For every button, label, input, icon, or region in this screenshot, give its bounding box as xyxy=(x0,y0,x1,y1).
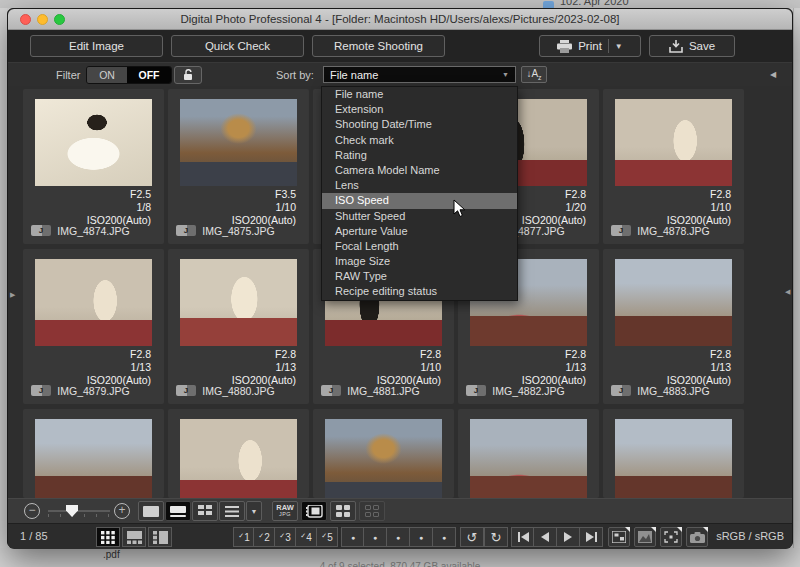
thumbnail-cell[interactable] xyxy=(168,409,309,498)
zoom-out-button[interactable]: − xyxy=(24,503,40,519)
background-status-label: 4 of 9 selected, 870.47 GB available xyxy=(0,561,800,567)
collapse-panel-icon[interactable]: ◀ xyxy=(770,70,776,79)
jpeg-badge-icon: J xyxy=(611,385,631,396)
remote-shooting-label: Remote Shooting xyxy=(334,40,423,52)
focus-check-icon xyxy=(664,531,678,543)
rating-dot-button[interactable]: ● xyxy=(341,527,365,547)
check-mark-button-3[interactable]: ✓3 xyxy=(274,527,296,547)
view-list-button[interactable] xyxy=(219,501,245,521)
expand-left-panel-icon[interactable]: ▶ xyxy=(10,291,15,299)
raw-jpg-toggle-button[interactable]: RAWJPG xyxy=(272,501,298,521)
check-mark-icon: ✓1 xyxy=(238,532,249,543)
sort-by-select[interactable]: File name ▼ xyxy=(323,66,516,83)
jpeg-badge-icon: J xyxy=(31,225,51,236)
thumbnail-cell[interactable] xyxy=(458,409,599,498)
next-image-button[interactable] xyxy=(556,527,580,547)
check-mark-button-5[interactable]: ✓5 xyxy=(316,527,338,547)
check-mark-button-2[interactable]: ✓2 xyxy=(253,527,275,547)
compare-view-button[interactable] xyxy=(359,501,385,521)
tone-adjustment-button[interactable] xyxy=(634,527,656,547)
first-image-button[interactable] xyxy=(511,527,535,547)
sort-by-value: File name xyxy=(330,69,378,81)
window-title: Digital Photo Professional 4 - [Folder: … xyxy=(8,13,792,25)
multi-panel-view-button[interactable] xyxy=(330,501,356,521)
thumbnail-cell[interactable]: F2.81/13ISO200(Auto)JIMG_4879.JPG xyxy=(23,249,164,404)
sort-menu-item[interactable]: Lens xyxy=(322,178,517,193)
photo-thumbnail xyxy=(35,99,152,186)
print-dropdown-icon[interactable]: ▼ xyxy=(615,42,623,51)
edit-window-icon xyxy=(612,531,626,543)
sort-menu-item[interactable]: Shooting Date/Time xyxy=(322,117,517,132)
sort-menu-item[interactable]: Check mark xyxy=(322,133,517,148)
sort-menu-item[interactable]: Image Size xyxy=(322,254,517,269)
layout-grid-button[interactable] xyxy=(96,527,120,547)
view-toolbar: − + ▼ RAWJPG xyxy=(8,498,792,523)
jpeg-badge-icon: J xyxy=(176,225,196,236)
exif-info: F2.81/13ISO200(Auto) xyxy=(603,348,744,387)
filter-off-button[interactable]: OFF xyxy=(127,67,171,83)
check-mark-button-4[interactable]: ✓4 xyxy=(295,527,317,547)
exif-info: F2.51/8ISO200(Auto) xyxy=(23,188,164,227)
sort-menu-item[interactable]: Extension xyxy=(322,102,517,117)
edit-window-button[interactable] xyxy=(608,527,630,547)
thumbnail-cell[interactable]: F3.51/10ISO200(Auto)JIMG_4875.JPG xyxy=(168,89,309,244)
filmstrip-view-button[interactable] xyxy=(301,501,327,521)
filename-row: JIMG_4880.JPG xyxy=(168,385,309,398)
rating-dot-button[interactable]: ● xyxy=(363,527,387,547)
exif-info: F2.81/10ISO200(Auto) xyxy=(313,348,454,387)
photo-thumbnail xyxy=(35,259,152,346)
sort-menu-item[interactable]: Aperture Value xyxy=(322,224,517,239)
edit-image-button[interactable]: Edit Image xyxy=(30,35,163,57)
thumbnail-cell[interactable]: F2.81/13ISO200(Auto)JIMG_4883.JPG xyxy=(603,249,744,404)
thumbnail-cell[interactable] xyxy=(313,409,454,498)
view-small-thumbnail-button[interactable] xyxy=(192,501,218,521)
sort-menu-item[interactable]: Shutter Speed xyxy=(322,209,517,224)
print-button[interactable]: Print ▼ xyxy=(539,35,641,57)
photo-thumbnail xyxy=(615,419,732,498)
rating-dot-button[interactable]: ● xyxy=(386,527,410,547)
thumbnail-cell[interactable]: F2.51/8ISO200(Auto)JIMG_4874.JPG xyxy=(23,89,164,244)
rating-dot-button[interactable]: ● xyxy=(432,527,456,547)
view-options-button[interactable]: ▼ xyxy=(246,501,262,521)
sort-menu-item[interactable]: Rating xyxy=(322,148,517,163)
zoom-in-button[interactable]: + xyxy=(114,503,130,519)
rotate-right-button[interactable]: ↻ xyxy=(484,527,508,547)
rotate-left-button[interactable]: ↺ xyxy=(460,527,484,547)
expand-right-panel-icon[interactable]: ◀ xyxy=(785,288,790,296)
sort-menu-item[interactable]: File name xyxy=(322,87,517,102)
large-thumbnail-icon xyxy=(143,506,159,517)
camera-settings-button[interactable] xyxy=(686,527,708,547)
thumbnail-cell[interactable] xyxy=(23,409,164,498)
quick-check-button[interactable]: Quick Check xyxy=(171,35,304,57)
previous-image-button[interactable] xyxy=(533,527,557,547)
colorspace-label: sRGB / sRGB xyxy=(716,530,784,542)
sort-order-button[interactable]: ↓Az xyxy=(521,66,547,83)
rating-dot-button[interactable]: ● xyxy=(409,527,433,547)
thumbnail-size-slider[interactable] xyxy=(48,510,110,512)
thumbnail-cell[interactable]: F2.81/10ISO200(Auto)JIMG_4878.JPG xyxy=(603,89,744,244)
folder-icon xyxy=(543,1,554,8)
view-large-thumbnail-button[interactable] xyxy=(138,501,164,521)
sort-menu-item[interactable]: Camera Model Name xyxy=(322,163,517,178)
view-thumbnail-info-button[interactable] xyxy=(165,501,191,521)
jpeg-badge-icon: J xyxy=(466,385,486,396)
last-image-button[interactable] xyxy=(579,527,603,547)
focus-check-button[interactable] xyxy=(660,527,682,547)
slider-ticks xyxy=(48,514,110,517)
sort-menu-item[interactable]: Recipe editing status xyxy=(322,284,517,299)
title-bar[interactable]: Digital Photo Professional 4 - [Folder: … xyxy=(8,9,792,30)
lock-filter-button[interactable] xyxy=(174,66,202,84)
thumbnail-cell[interactable] xyxy=(603,409,744,498)
sort-menu-item[interactable]: ISO Speed xyxy=(322,193,517,208)
photo-thumbnail xyxy=(325,419,442,498)
save-button[interactable]: Save xyxy=(649,35,735,57)
sort-menu-item[interactable]: Focal Length xyxy=(322,239,517,254)
filter-on-button[interactable]: ON xyxy=(87,67,127,83)
thumbnail-cell[interactable]: F2.81/13ISO200(Auto)JIMG_4880.JPG xyxy=(168,249,309,404)
layout-preview-left-button[interactable] xyxy=(148,527,172,547)
sort-menu-item[interactable]: RAW Type xyxy=(322,269,517,284)
layout-preview-bottom-button[interactable] xyxy=(122,527,146,547)
preview-left-icon xyxy=(153,531,168,544)
remote-shooting-button[interactable]: Remote Shooting xyxy=(312,35,445,57)
check-mark-button-1[interactable]: ✓1 xyxy=(233,527,255,547)
